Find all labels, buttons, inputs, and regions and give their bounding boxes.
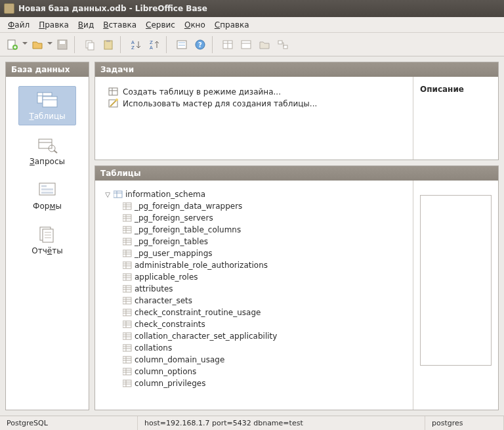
table-label: character_sets	[135, 296, 192, 305]
table-row[interactable]: _pg_user_mappings	[123, 247, 408, 259]
svg-text:A: A	[150, 45, 153, 51]
task-create-design[interactable]: Создать таблицу в режиме дизайна...	[108, 86, 406, 98]
svg-rect-86	[123, 309, 131, 316]
table-row[interactable]: _pg_foreign_servers	[123, 212, 408, 224]
svg-rect-78	[123, 286, 131, 292]
svg-rect-35	[41, 188, 53, 190]
table-icon	[123, 297, 132, 305]
table-row[interactable]: _pg_foreign_data_wrappers	[123, 200, 408, 212]
open-button[interactable]	[29, 36, 46, 53]
table-label: administrable_role_authorizations	[135, 261, 268, 270]
svg-rect-82	[123, 297, 131, 304]
new-doc-dropdown[interactable]	[22, 36, 28, 53]
window-title: Новая база данных.odb - LibreOffice Base	[18, 4, 207, 13]
table-row[interactable]: check_constraint_routine_usage	[123, 307, 408, 318]
toolbar: AZ ZA ?	[0, 33, 504, 56]
nav-tables[interactable]: Таблицы	[18, 86, 76, 125]
table-row[interactable]: column_domain_usage	[123, 354, 408, 366]
table-row[interactable]: collations	[123, 342, 408, 354]
tasks-panel: Задачи Создать таблицу в режиме дизайна.…	[94, 62, 499, 160]
svg-rect-20	[242, 41, 251, 49]
svg-rect-70	[123, 262, 131, 269]
table-row[interactable]: administrable_role_authorizations	[123, 259, 408, 271]
table-icon	[123, 202, 132, 210]
svg-rect-13	[178, 42, 185, 43]
tables-panel: Таблицы ▽information_schema_pg_foreign_d…	[94, 165, 499, 410]
save-button[interactable]	[54, 36, 71, 53]
svg-rect-58	[123, 226, 131, 233]
table-icon	[123, 332, 132, 340]
svg-rect-3	[60, 41, 65, 44]
table-row[interactable]: _pg_foreign_table_columns	[123, 224, 408, 236]
table-row[interactable]: column_options	[123, 366, 408, 377]
schema-row[interactable]: ▽information_schema	[104, 188, 408, 200]
new-table-button[interactable]	[219, 36, 236, 53]
svg-rect-90	[123, 321, 131, 328]
table-row[interactable]: applicable_roles	[123, 271, 408, 283]
reports-icon	[36, 225, 58, 244]
svg-rect-110	[123, 380, 131, 387]
titlebar: Новая база данных.odb - LibreOffice Base	[0, 0, 504, 17]
table-icon	[123, 379, 132, 387]
task-wizard[interactable]: Использовать мастер для создания таблицы…	[108, 98, 406, 110]
new-doc-button[interactable]	[4, 36, 21, 53]
paste-button[interactable]	[100, 36, 117, 53]
svg-text:Z: Z	[150, 40, 153, 45]
table-label: collations	[135, 343, 172, 353]
menu-view[interactable]: Вид	[74, 19, 98, 31]
forms-icon	[36, 181, 58, 199]
table-icon	[123, 261, 132, 269]
tables-tree[interactable]: ▽information_schema_pg_foreign_data_wrap…	[95, 181, 413, 410]
menu-edit[interactable]: Правка	[35, 19, 73, 31]
new-view-button[interactable]	[238, 36, 255, 53]
task-label: Создать таблицу в режиме дизайна...	[123, 87, 281, 97]
table-row[interactable]: collation_character_set_applicability	[123, 330, 408, 342]
table-icon	[123, 273, 132, 281]
nav-reports[interactable]: Отчёты	[18, 221, 76, 259]
table-label: _pg_foreign_tables	[135, 237, 208, 246]
table-row[interactable]: attributes	[123, 283, 408, 295]
database-panel: База данных Таблицы Запросы Формы	[5, 62, 89, 410]
copy-button[interactable]	[81, 36, 98, 53]
open-dropdown[interactable]	[47, 36, 52, 53]
sort-asc-button[interactable]: AZ	[127, 36, 144, 53]
nav-queries[interactable]: Запросы	[18, 132, 76, 170]
table-icon	[123, 344, 132, 352]
new-folder-button[interactable]	[256, 36, 273, 53]
help-button[interactable]: ?	[192, 36, 209, 53]
menu-tools[interactable]: Сервис	[142, 19, 179, 31]
menu-window[interactable]: Окно	[180, 19, 209, 31]
toolbar-sep-3	[166, 36, 170, 53]
svg-rect-14	[178, 45, 185, 46]
menu-file[interactable]: Файл	[4, 19, 33, 31]
tables-header: Таблицы	[95, 166, 498, 181]
table-row[interactable]: check_constraints	[123, 318, 408, 330]
design-icon	[108, 87, 119, 97]
table-label: _pg_user_mappings	[135, 249, 213, 258]
statusbar: PostgreSQL host=192.168.1.7 port=5432 db…	[0, 416, 504, 430]
status-connection: host=192.168.1.7 port=5432 dbname=test	[138, 416, 425, 430]
sort-desc-button[interactable]: ZA	[146, 36, 163, 53]
nav-tables-label: Таблицы	[29, 112, 65, 121]
table-row[interactable]: _pg_foreign_tables	[123, 236, 408, 247]
svg-text:A: A	[131, 40, 135, 45]
table-label: _pg_foreign_servers	[135, 213, 213, 223]
table-row[interactable]: character_sets	[123, 295, 408, 307]
table-row[interactable]: column_privileges	[123, 377, 408, 389]
svg-rect-38	[43, 229, 53, 242]
toolbar-sep-1	[74, 36, 78, 53]
menu-help[interactable]: Справка	[211, 19, 253, 31]
table-label: column_domain_usage	[135, 355, 224, 364]
form-button[interactable]	[173, 36, 190, 53]
table-label: check_constraints	[135, 320, 205, 329]
menu-insert[interactable]: Вставка	[99, 19, 140, 31]
svg-line-32	[54, 150, 57, 153]
collapse-icon[interactable]: ▽	[104, 191, 111, 198]
nav-forms[interactable]: Формы	[18, 177, 76, 215]
right-column: Задачи Создать таблицу в режиме дизайна.…	[94, 62, 499, 410]
tasks-list: Создать таблицу в режиме дизайна... Испо…	[95, 77, 413, 160]
svg-rect-34	[41, 185, 47, 187]
svg-rect-5	[88, 43, 94, 50]
relationships-button[interactable]	[274, 36, 291, 53]
toolbar-sep-2	[120, 36, 124, 53]
